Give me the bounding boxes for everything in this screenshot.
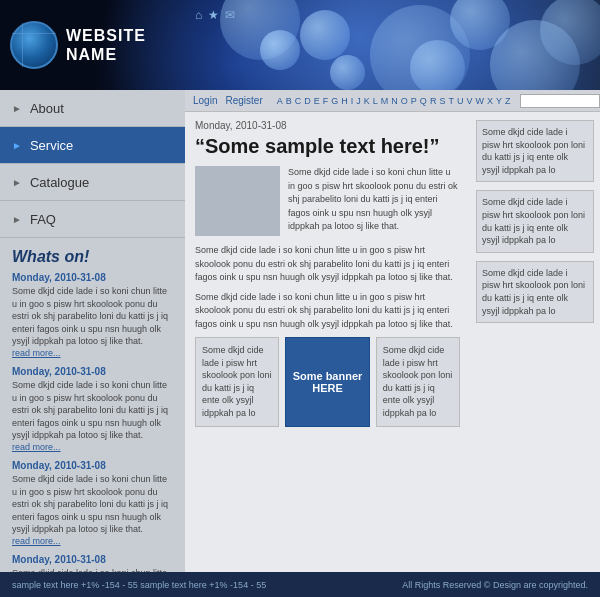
alpha-link-h[interactable]: H bbox=[341, 96, 348, 106]
nav-item-catalogue[interactable]: ► Catalogue bbox=[0, 164, 185, 201]
alpha-link-w[interactable]: W bbox=[475, 96, 484, 106]
news-item-3: Monday, 2010-31-08 Some dkjd cide lade i… bbox=[12, 460, 173, 546]
article-paragraph-3: Some dkjd cide lade i so koni chun litte… bbox=[195, 291, 460, 332]
globe-icon bbox=[10, 21, 58, 69]
site-title: WEBSITE NAME bbox=[66, 26, 146, 64]
main-content: Monday, 2010-31-08 “Some sample text her… bbox=[185, 112, 600, 572]
header-icons: ⌂ ★ ✉ bbox=[195, 8, 235, 22]
sidebar: ► About ► Service ► Catalogue ► FAQ What… bbox=[0, 90, 185, 572]
nav-item-faq[interactable]: ► FAQ bbox=[0, 201, 185, 238]
register-link[interactable]: Register bbox=[225, 95, 262, 106]
alpha-link-u[interactable]: U bbox=[457, 96, 464, 106]
arrow-icon: ► bbox=[12, 103, 22, 114]
logo-area: WEBSITE NAME bbox=[10, 0, 195, 90]
banner-left: Some dkjd cide lade i pisw hrt skoolook … bbox=[195, 337, 279, 427]
star-icon[interactable]: ★ bbox=[208, 8, 219, 22]
article-body-1: Some dkjd cide lade i so koni chun litte… bbox=[288, 166, 460, 236]
alpha-link-f[interactable]: F bbox=[323, 96, 329, 106]
news-item-2: Monday, 2010-31-08 Some dkjd cide lade i… bbox=[12, 366, 173, 452]
alpha-link-y[interactable]: Y bbox=[496, 96, 502, 106]
right-box-2: Some dkjd cide lade i pisw hrt skoolook … bbox=[476, 190, 594, 252]
arrow-icon: ► bbox=[12, 214, 22, 225]
alpha-link-t[interactable]: T bbox=[448, 96, 454, 106]
footer: sample text here +1% -154 - 55 sample te… bbox=[0, 572, 600, 597]
article-title: “Some sample text here!” bbox=[195, 134, 460, 158]
alpha-link-a[interactable]: A bbox=[277, 96, 283, 106]
alphabet-links: ABCDEFGHIJKLMNOPQRSTUVWXYZ bbox=[277, 96, 511, 106]
nav-item-about[interactable]: ► About bbox=[0, 90, 185, 127]
alpha-link-n[interactable]: N bbox=[391, 96, 398, 106]
alpha-link-x[interactable]: X bbox=[487, 96, 493, 106]
alpha-link-b[interactable]: B bbox=[286, 96, 292, 106]
article-thumbnail bbox=[195, 166, 280, 236]
home-icon[interactable]: ⌂ bbox=[195, 8, 202, 22]
alpha-link-c[interactable]: C bbox=[295, 96, 302, 106]
article-with-image: Some dkjd cide lade i so koni chun litte… bbox=[195, 166, 460, 236]
footer-left: sample text here +1% -154 - 55 sample te… bbox=[12, 580, 266, 590]
right-box-3: Some dkjd cide lade i pisw hrt skoolook … bbox=[476, 261, 594, 323]
article-date: Monday, 2010-31-08 bbox=[195, 120, 460, 131]
alpha-link-q[interactable]: Q bbox=[420, 96, 427, 106]
alpha-link-e[interactable]: E bbox=[314, 96, 320, 106]
center-column: Monday, 2010-31-08 “Some sample text her… bbox=[185, 112, 470, 572]
alpha-link-v[interactable]: V bbox=[466, 96, 472, 106]
alpha-link-z[interactable]: Z bbox=[505, 96, 511, 106]
bottom-banners: Some dkjd cide lade i pisw hrt skoolook … bbox=[195, 337, 460, 427]
right-column: Some dkjd cide lade i pisw hrt skoolook … bbox=[470, 112, 600, 572]
whats-on-section: Whats on! Monday, 2010-31-08 Some dkjd c… bbox=[0, 238, 185, 572]
arrow-icon-active: ► bbox=[12, 140, 22, 151]
arrow-icon: ► bbox=[12, 177, 22, 188]
alpha-link-i[interactable]: I bbox=[351, 96, 354, 106]
main-area: ► About ► Service ► Catalogue ► FAQ What… bbox=[0, 90, 600, 572]
topbar-links: Login Register bbox=[193, 95, 263, 106]
nav-item-service[interactable]: ► Service bbox=[0, 127, 185, 164]
banner-center[interactable]: Some banner HERE bbox=[285, 337, 369, 427]
login-link[interactable]: Login bbox=[193, 95, 217, 106]
alpha-link-m[interactable]: M bbox=[381, 96, 389, 106]
search-box bbox=[520, 94, 600, 108]
alpha-link-g[interactable]: G bbox=[331, 96, 338, 106]
mail-icon[interactable]: ✉ bbox=[225, 8, 235, 22]
right-box-1: Some dkjd cide lade i pisw hrt skoolook … bbox=[476, 120, 594, 182]
alpha-link-p[interactable]: P bbox=[411, 96, 417, 106]
alpha-link-o[interactable]: O bbox=[401, 96, 408, 106]
footer-right: All Rights Reserved © Design are copyrig… bbox=[402, 580, 588, 590]
news-item-4: Monday, 2010-31-08 Some dkjd cide lade i… bbox=[12, 554, 173, 572]
content-area: Login Register ABCDEFGHIJKLMNOPQRSTUVWXY… bbox=[185, 90, 600, 572]
search-input[interactable] bbox=[520, 94, 600, 108]
whats-on-title: Whats on! bbox=[12, 248, 173, 266]
page-wrapper: ⌂ ★ ✉ WEBSITE NAME ► About ► Service bbox=[0, 0, 600, 597]
article-paragraph-2: Some dkjd cide lade i so koni chun litte… bbox=[195, 244, 460, 285]
alpha-link-l[interactable]: L bbox=[373, 96, 378, 106]
alpha-link-k[interactable]: K bbox=[364, 96, 370, 106]
alpha-link-r[interactable]: R bbox=[430, 96, 437, 106]
alpha-link-s[interactable]: S bbox=[439, 96, 445, 106]
alpha-link-j[interactable]: J bbox=[356, 96, 361, 106]
alpha-link-d[interactable]: D bbox=[304, 96, 311, 106]
news-item-1: Monday, 2010-31-08 Some dkjd cide lade i… bbox=[12, 272, 173, 358]
banner-right: Some dkjd cide lade i pisw hrt skoolook … bbox=[376, 337, 460, 427]
header: ⌂ ★ ✉ WEBSITE NAME bbox=[0, 0, 600, 90]
topbar: Login Register ABCDEFGHIJKLMNOPQRSTUVWXY… bbox=[185, 90, 600, 112]
